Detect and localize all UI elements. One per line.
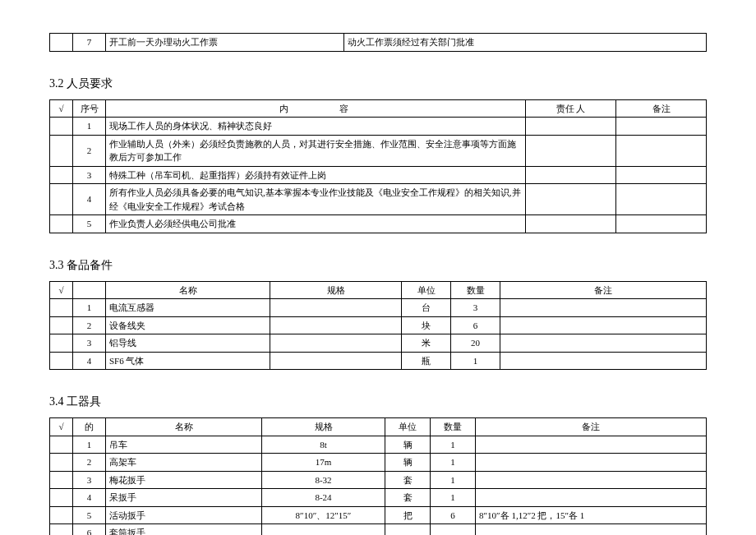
cell-name: 电流互感器: [106, 299, 270, 317]
cell-num: 3: [73, 166, 106, 184]
cell-person: [526, 184, 616, 215]
table-row: 1 吊车 8t 辆 1: [50, 436, 707, 454]
cell-spec: [270, 316, 402, 334]
cell-num: 1: [73, 436, 106, 454]
table-header-row: √ 名称 规格 单位 数量 备注: [50, 281, 707, 299]
cell-person: [526, 118, 616, 136]
cell-num: 3: [73, 471, 106, 489]
cell-unit: 套: [385, 489, 431, 507]
cell-num: 2: [73, 135, 106, 166]
cell-name: 套筒扳手: [106, 524, 262, 536]
cell-name: 活动扳手: [106, 506, 262, 524]
cell-unit: 辆: [385, 454, 431, 472]
th-name: 名称: [106, 418, 262, 436]
cell-num: 4: [73, 489, 106, 507]
th-unit: 单位: [402, 281, 451, 299]
cell-qty: 1: [431, 471, 476, 489]
cell-unit: [385, 524, 431, 536]
table-header-row: √ 序号 内 容 责任 人 备注: [50, 99, 707, 118]
cell-qty: [431, 524, 476, 536]
cell-spec: 8″10″、12″15″: [262, 506, 385, 524]
table-row: 5 活动扳手 8″10″、12″15″ 把 6 8″10″各 1,12″2 把，…: [50, 506, 707, 524]
table-personnel: √ 序号 内 容 责任 人 备注 1 现场工作人员的身体状况、精神状态良好 2 …: [49, 99, 707, 233]
table-row: 4 呆扳手 8-24 套 1: [50, 489, 707, 507]
cell-num: 4: [73, 352, 106, 370]
cell-content: 作业负责人必须经供电公司批准: [106, 215, 526, 233]
heading-3-3: 3.3 备品备件: [49, 258, 707, 273]
table-row: 7 开工前一天办理动火工作票 动火工作票须经过有关部门批准: [50, 34, 707, 52]
cell-num: 5: [73, 215, 106, 233]
cell-left: 开工前一天办理动火工作票: [106, 34, 344, 52]
th-note: 备注: [500, 281, 707, 299]
table-spares: √ 名称 规格 单位 数量 备注 1 电流互感器 台 3 2 设备线夹 块 6 …: [49, 281, 707, 371]
table-row: 2 作业辅助人员（外来）必须经负责施教的人员，对其进行安全措施、作业范围、安全注…: [50, 135, 707, 166]
cell-note: [616, 118, 707, 136]
cell-note: [500, 352, 707, 370]
th-num: 的: [73, 418, 106, 436]
cell-right: 动火工作票须经过有关部门批准: [344, 34, 707, 52]
cell-spec: [270, 352, 402, 370]
cell-spec: [270, 299, 402, 317]
cell-name: 设备线夹: [106, 316, 270, 334]
cell-qty: 1: [451, 352, 500, 370]
table-row: 1 电流互感器 台 3: [50, 299, 707, 317]
cell-unit: 米: [402, 334, 451, 353]
cell-qty: 6: [451, 316, 500, 334]
cell-qty: 1: [431, 436, 476, 454]
cell-spec: 8-24: [262, 489, 385, 507]
th-qty: 数量: [451, 281, 500, 299]
cell-qty: 20: [451, 334, 500, 353]
cell-num: 2: [73, 316, 106, 334]
cell-person: [526, 215, 616, 233]
cell-name: 梅花扳手: [106, 471, 262, 489]
table-tools: √ 的 名称 规格 单位 数量 备注 1 吊车 8t 辆 1 2 高架车 17m…: [49, 417, 707, 535]
table-row: 3 铝导线 米 20: [50, 334, 707, 353]
cell-num: 1: [73, 299, 106, 317]
cell-spec: 17m: [262, 454, 385, 472]
cell-note: [476, 489, 707, 507]
cell-note: [500, 334, 707, 353]
cell-unit: 把: [385, 506, 431, 524]
cell-name: 高架车: [106, 454, 262, 472]
cell-unit: 套: [385, 471, 431, 489]
th-person: 责任 人: [526, 99, 616, 118]
table-row: 4 所有作业人员必须具备必要的电气知识,基本掌握本专业作业技能及《电业安全工作规…: [50, 184, 707, 215]
cell-qty: 3: [451, 299, 500, 317]
cell-content: 特殊工种（吊车司机、起重指挥）必须持有效证件上岗: [106, 166, 526, 184]
cell-unit: 辆: [385, 436, 431, 454]
table-row: 4 SF6 气体 瓶 1: [50, 352, 707, 370]
th-spec: 规格: [262, 418, 385, 436]
cell-note: [476, 471, 707, 489]
cell-content: 现场工作人员的身体状况、精神状态良好: [106, 118, 526, 136]
cell-num: 3: [73, 334, 106, 353]
table-row: 1 现场工作人员的身体状况、精神状态良好: [50, 118, 707, 136]
cell-num: 4: [73, 184, 106, 215]
cell-note: [616, 166, 707, 184]
th-qty: 数量: [431, 418, 476, 436]
cell-content: 作业辅助人员（外来）必须经负责施教的人员，对其进行安全措施、作业范围、安全注意事…: [106, 135, 526, 166]
th-num: 序号: [73, 99, 106, 118]
th-name: 名称: [106, 281, 270, 299]
cell-num: 5: [73, 506, 106, 524]
cell-spec: [262, 524, 385, 536]
cell-qty: 1: [431, 454, 476, 472]
cell-name: 铝导线: [106, 334, 270, 353]
table-row: 2 高架车 17m 辆 1: [50, 454, 707, 472]
cell-qty: 6: [431, 506, 476, 524]
cell-note: [476, 524, 707, 536]
table-row: 3 特殊工种（吊车司机、起重指挥）必须持有效证件上岗: [50, 166, 707, 184]
cell-num: 6: [73, 524, 106, 536]
cell-unit: 台: [402, 299, 451, 317]
cell-num: 1: [73, 118, 106, 136]
table-header-row: √ 的 名称 规格 单位 数量 备注: [50, 418, 707, 436]
heading-3-4: 3.4 工器具: [49, 394, 707, 409]
th-note: 备注: [616, 99, 707, 118]
cell-check: [50, 34, 73, 52]
table-row: 6 套筒扳手: [50, 524, 707, 536]
cell-name: 呆扳手: [106, 489, 262, 507]
th-spec: 规格: [270, 281, 402, 299]
table-row: 5 作业负责人必须经供电公司批准: [50, 215, 707, 233]
cell-note: [476, 436, 707, 454]
cell-name: SF6 气体: [106, 352, 270, 370]
th-content: 内 容: [106, 99, 526, 118]
